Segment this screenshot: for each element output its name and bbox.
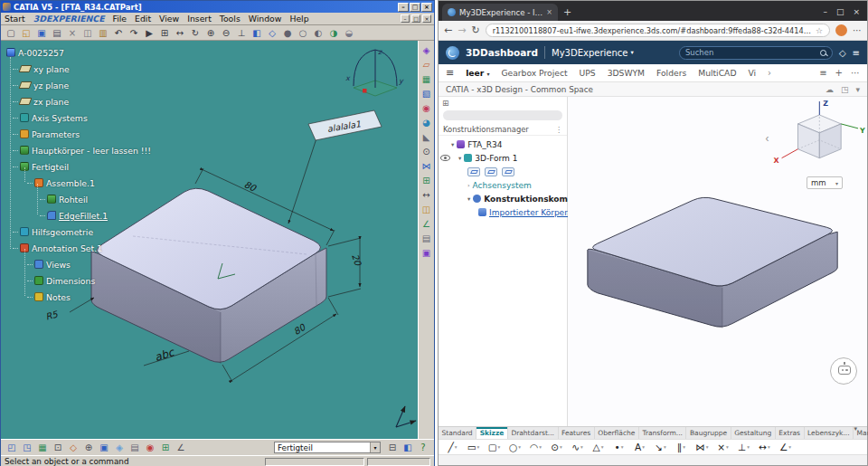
sheet-icon[interactable]: ▤ (127, 441, 142, 454)
reload-icon[interactable]: ↻ (471, 24, 479, 36)
view-compass[interactable]: z y x (345, 48, 404, 96)
rotate-icon[interactable]: ↻ (188, 26, 203, 40)
sketch-text-icon[interactable]: A (629, 442, 650, 452)
shaded-view-icon[interactable]: ● (280, 26, 295, 40)
catia-titlebar[interactable]: CATIA V5 - [FTA_R34.CATPart] – □ × (1, 1, 434, 13)
mdi-minimize-button[interactable]: – (401, 14, 410, 23)
minimize-button[interactable]: – (398, 3, 409, 12)
expander-caret-icon[interactable]: ▾ (451, 141, 454, 148)
xtree-item-konstruktionskomponente[interactable]: ▾ Konstruktionskompone... (439, 192, 567, 205)
sketch-dimension-icon[interactable]: ↔ (754, 442, 775, 452)
wireframe-view-icon[interactable]: ○ (296, 26, 310, 40)
sketch-slot-icon[interactable]: ▢ (484, 442, 505, 452)
browser-minimize-button[interactable]: – (823, 7, 827, 16)
dashboard-tab-gearbox-project[interactable]: Gearbox Project (501, 68, 567, 78)
tree-item-hilfsgeometrie[interactable]: Hilfsgeometrie (3, 223, 175, 240)
panel-grid-icon[interactable]: ⊞ (442, 99, 449, 108)
menu-tools[interactable]: Tools (220, 14, 241, 24)
dashboard-name-dropdown[interactable]: My3DExperience ▾ (552, 48, 634, 58)
cut-icon[interactable]: × (65, 26, 80, 40)
apps-menu-icon[interactable]: ≡ (853, 48, 860, 58)
sketch-circle-icon[interactable]: ○ (505, 442, 525, 452)
tree-item-axis-systems[interactable]: Axis Systems (3, 109, 175, 126)
sketch-project-icon[interactable]: ↘ (650, 442, 671, 452)
units-dropdown[interactable]: mm ▾ (807, 176, 843, 189)
sketch-constraint-icon[interactable]: ⊥ (733, 442, 754, 452)
pad-icon[interactable]: ▦ (420, 72, 433, 85)
visibility-eye-icon[interactable] (440, 155, 450, 161)
help-icon[interactable]: ? (416, 441, 430, 454)
command-input-field[interactable] (367, 458, 430, 466)
hide-show-icon[interactable]: ◑ (326, 26, 341, 40)
target-icon[interactable]: ⊕ (81, 441, 96, 454)
tree-item-hauptkoerper[interactable]: Hauptkörper - leer lassen !!! (3, 142, 175, 158)
maximize-button[interactable]: □ (410, 3, 420, 12)
ribbon-tab-oberflaeche[interactable]: Oberfläche (595, 427, 639, 439)
xtree-item-achsensystem[interactable]: › Achsensystem (439, 178, 567, 192)
xdesign-3d-scene[interactable]: Z Y X (568, 97, 867, 426)
active-body-combo[interactable]: Fertigteil ▾ (274, 442, 381, 453)
ribbon-tab-features[interactable]: Features (559, 427, 595, 439)
menu-file[interactable]: File (113, 14, 127, 24)
menu-start[interactable]: Start (5, 14, 25, 24)
shaft-icon[interactable]: ◉ (420, 101, 433, 114)
plane-yz-icon[interactable] (485, 167, 497, 176)
ribbon-tab-extras[interactable]: Extras (776, 427, 805, 439)
dashboard-tab-vi[interactable]: Vi (748, 68, 756, 78)
list-view-icon[interactable]: ≡ (819, 68, 826, 78)
widget-chevron-icon[interactable]: ▾ (855, 85, 860, 94)
paste-icon[interactable]: ▥ (96, 26, 110, 40)
back-icon[interactable]: ← (444, 24, 452, 36)
view-cube[interactable]: Z Y X (774, 100, 865, 165)
dashboard-hamburger-icon[interactable]: ≡ (446, 67, 454, 79)
xtree-item-3d-shape[interactable]: ▾ 3D-Form 1 (439, 151, 567, 165)
dimension-80-bottom[interactable]: 80 (292, 321, 308, 337)
split-view-icon[interactable]: ◧ (401, 441, 415, 454)
address-bar[interactable]: r1132100118807-eu1-ifwe.3dexperience.3ds… (486, 24, 830, 37)
sketch-line-icon[interactable]: ╱ (442, 442, 463, 452)
chamfer-icon[interactable]: ◣ (420, 130, 433, 143)
browser-maximize-button[interactable]: □ (836, 7, 844, 16)
open-icon[interactable]: ◱ (19, 26, 33, 40)
combo-caret-icon[interactable]: ▾ (370, 442, 380, 452)
expander-caret-icon[interactable]: › (467, 182, 470, 189)
mirror-icon[interactable]: ⋈ (420, 159, 433, 172)
save-icon[interactable]: ▣ (34, 26, 49, 40)
expand-widget-icon[interactable]: ◳ (841, 85, 849, 94)
ribbon-tab-lebenszyklus[interactable]: Lebenszyk... (805, 427, 854, 439)
dashboard-tab-multicad[interactable]: MultiCAD (698, 68, 736, 78)
pan-icon[interactable]: ↔ (173, 26, 187, 40)
ribbon-tab-standard[interactable]: Standard (439, 427, 476, 439)
xdesign-3d-viewport[interactable]: Z Y X ‹ mm ▾ (568, 97, 867, 426)
tree-item-dimensions[interactable]: Dimensions (3, 272, 175, 289)
tag-icon[interactable]: ◇ (839, 48, 846, 58)
search-icon[interactable] (820, 50, 826, 56)
mdi-close-button[interactable]: × (422, 14, 431, 23)
expander-caret-icon[interactable]: ▾ (458, 155, 461, 162)
plane-xy-icon[interactable] (467, 167, 480, 176)
snap-icon[interactable]: ⊡ (51, 441, 65, 454)
dashboard-tab-leer[interactable]: leer (466, 68, 489, 78)
dimension-80-top[interactable]: 80 (242, 179, 259, 194)
tree-item-parameters[interactable]: Parameters (3, 126, 175, 142)
sketch-mirror-icon[interactable]: ⋈ (692, 442, 712, 452)
sketch-trim-icon[interactable]: × (712, 442, 733, 452)
sketch-arc-icon[interactable]: ◠ (525, 442, 546, 452)
menu-insert[interactable]: Insert (187, 14, 212, 24)
new-document-icon[interactable]: ▢ (4, 26, 18, 40)
add-widget-icon[interactable]: + (835, 68, 843, 78)
sketch-angle-icon[interactable]: ∠ (775, 442, 796, 452)
update-icon[interactable]: ▣ (97, 441, 111, 454)
swap-visible-space-icon[interactable]: ◒ (342, 26, 356, 40)
hidden-line-view-icon[interactable]: ◐ (311, 26, 326, 40)
tree-item-fertigteil[interactable]: Fertigteil (3, 158, 175, 175)
diamond-icon[interactable]: ◇ (66, 441, 80, 454)
ribbon-tab-baugruppe[interactable]: Baugruppe (686, 427, 731, 439)
xtree-item-importierter-koerper[interactable]: Importierter Körper.1 (439, 205, 567, 219)
ribbon-tab-drahtdarstellung[interactable]: Drahtdarst... (508, 427, 559, 439)
datum-icon[interactable]: ◳ (20, 441, 34, 454)
assistant-robot-button[interactable] (830, 357, 857, 385)
tree-item-zx-plane[interactable]: zx plane (3, 93, 175, 109)
powercopy-icon[interactable]: ◰ (5, 441, 19, 454)
dashboard-tab-folders[interactable]: Folders (656, 68, 686, 78)
